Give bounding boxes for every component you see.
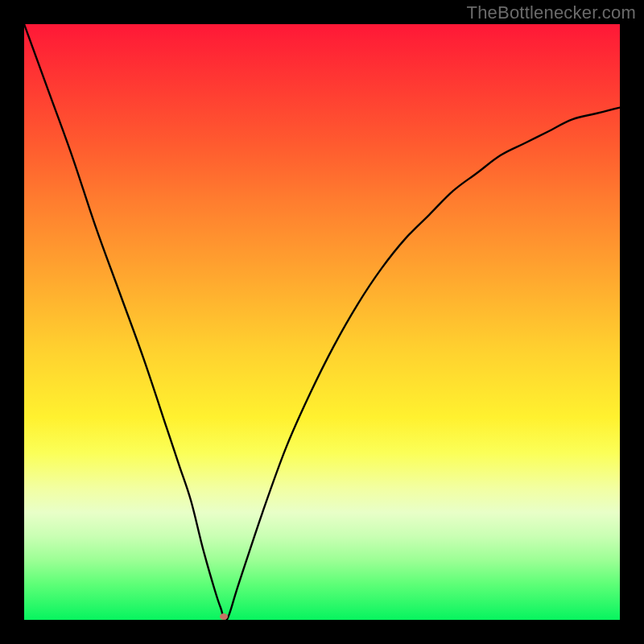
bottleneck-curve: [24, 24, 620, 620]
plot-area: [24, 24, 620, 620]
chart-frame: TheBottlenecker.com: [0, 0, 644, 644]
optimum-marker: [220, 613, 228, 620]
watermark-text: TheBottlenecker.com: [467, 2, 636, 23]
